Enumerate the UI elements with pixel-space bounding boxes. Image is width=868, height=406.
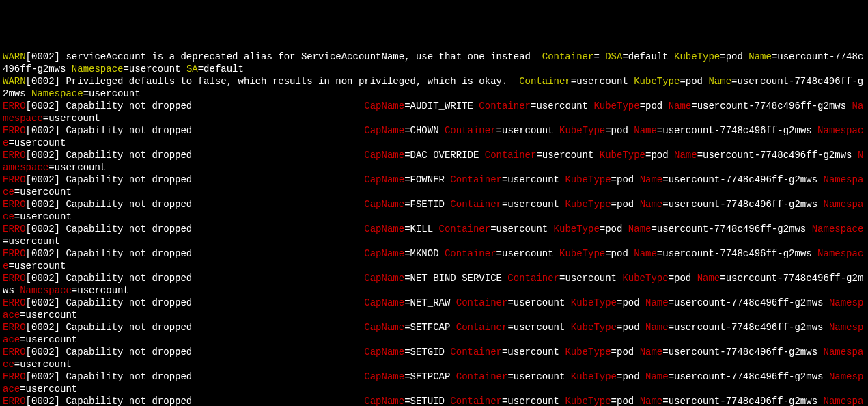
terminal-output: WARN[0002] serviceAccount is a deprecate… bbox=[3, 51, 865, 406]
